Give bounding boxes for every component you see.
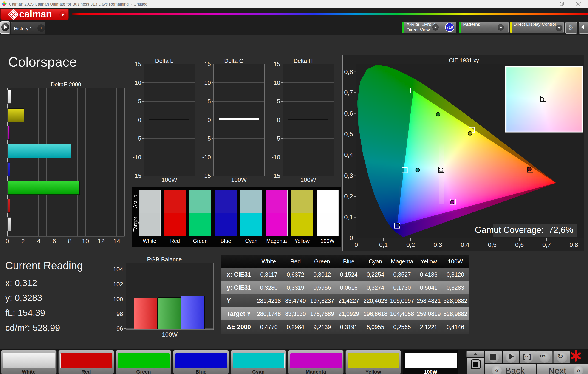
svg-text:100: 100 [113,296,123,303]
svg-text:8: 8 [68,237,72,245]
svg-text:0,3: 0,3 [433,241,442,248]
svg-text:14: 14 [113,237,120,245]
svg-text:0: 0 [208,117,211,123]
svg-text:Delta H: Delta H [294,58,313,64]
svg-text:0: 0 [277,117,280,123]
svg-text:0,2: 0,2 [406,241,415,248]
svg-text:100W: 100W [162,331,178,338]
svg-text:-10: -10 [133,154,141,160]
svg-text:Delta L: Delta L [155,58,173,64]
svg-text:10: 10 [135,79,141,86]
svg-text:15: 15 [204,61,211,67]
svg-text:-5: -5 [136,135,141,142]
svg-text:0,7: 0,7 [344,89,353,96]
svg-text:12: 12 [97,237,105,245]
svg-text:CIE 1931 xy: CIE 1931 xy [449,57,479,64]
svg-text:4: 4 [37,237,41,245]
svg-text:Gamut Coverage: 72,6%: Gamut Coverage: 72,6% [475,225,573,235]
svg-text:2: 2 [21,237,25,245]
svg-text:98: 98 [116,310,123,317]
svg-text:0,8: 0,8 [344,68,353,75]
svg-text:15: 15 [135,61,141,67]
svg-text:-15: -15 [202,172,211,179]
svg-text:RGB Balance: RGB Balance [147,256,182,263]
svg-text:-15: -15 [272,172,280,179]
svg-text:0,1: 0,1 [344,214,353,221]
svg-text:0,8: 0,8 [569,241,578,248]
svg-text:104: 104 [113,266,123,273]
svg-text:6: 6 [52,237,56,245]
svg-text:0,5: 0,5 [344,130,353,138]
svg-text:0: 0 [354,241,358,248]
svg-text:10: 10 [204,79,211,86]
svg-text:-10: -10 [272,154,280,160]
svg-text:DeltaE 2000: DeltaE 2000 [51,81,81,87]
svg-text:0,1: 0,1 [379,241,388,248]
svg-text:102: 102 [113,281,123,288]
svg-text:5: 5 [208,98,211,105]
svg-text:10: 10 [82,237,89,245]
svg-text:-15: -15 [133,172,141,179]
svg-text:100W: 100W [161,176,177,183]
svg-text:0,5: 0,5 [488,241,497,248]
svg-text:100W: 100W [231,176,247,183]
svg-text:0,7: 0,7 [542,241,551,248]
svg-text:0,6: 0,6 [344,110,353,117]
svg-text:5: 5 [138,98,141,105]
svg-text:15: 15 [273,61,280,67]
svg-text:0,6: 0,6 [515,241,524,248]
svg-text:0,4: 0,4 [344,151,353,158]
svg-text:0: 0 [349,234,353,241]
svg-text:0: 0 [138,117,141,123]
svg-text:0,4: 0,4 [461,241,470,248]
svg-text:5: 5 [277,98,280,105]
svg-text:96: 96 [116,325,123,332]
svg-text:0: 0 [6,237,9,245]
svg-text:-10: -10 [202,154,211,160]
svg-text:0,2: 0,2 [344,193,353,200]
svg-text:-5: -5 [275,135,280,142]
svg-text:100W: 100W [300,176,316,183]
svg-text:0,3: 0,3 [344,172,353,179]
svg-text:Delta C: Delta C [224,58,243,64]
svg-text:10: 10 [273,79,280,86]
svg-text:-5: -5 [206,135,211,142]
